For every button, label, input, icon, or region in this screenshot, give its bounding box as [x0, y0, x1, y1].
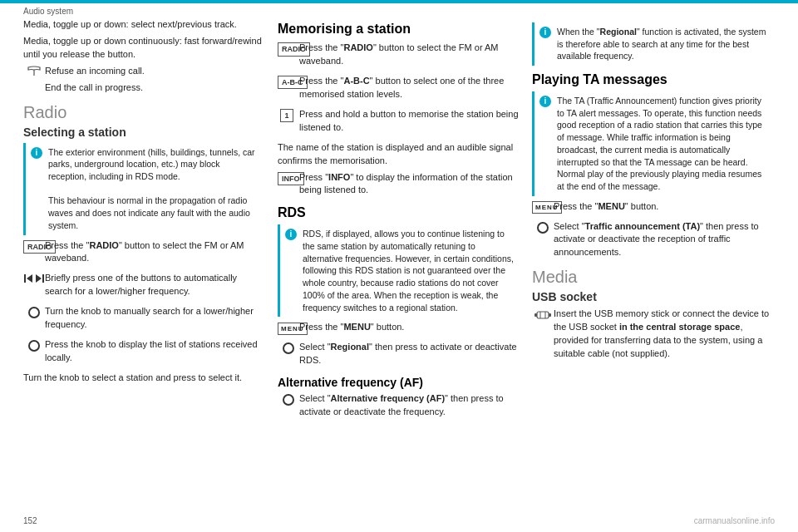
info-press-text: Press "INFO" to display the information …	[299, 171, 519, 198]
mem-item-abc: A-B-C Press the "A-B-C" button to select…	[278, 75, 519, 105]
knob-row-1: Turn the knob to manually search for a l…	[23, 305, 264, 335]
rds-info-box: i RDS, if displayed, allows you to conti…	[278, 224, 519, 317]
info-icon-ta: i	[539, 96, 551, 107]
refuse-call-row: Refuse an incoming call. End the call in…	[23, 65, 264, 98]
intro-line-2: Media, toggle up or down continuously: f…	[23, 35, 264, 62]
skip-row: Briefly press one of the buttons to auto…	[23, 272, 264, 302]
mem-item-1: 1 Press and hold a button to memorise th…	[278, 108, 519, 138]
mem-abc-text: Press the "A-B-C" button to select one o…	[299, 75, 519, 101]
regional-info-text: When the "Regional" function is activate…	[557, 26, 770, 62]
rds-heading: RDS	[278, 205, 519, 220]
ta-select-text: Select "Traffic announcement (TA)" then …	[554, 220, 775, 260]
top-bar	[0, 0, 798, 3]
page-number: 152	[23, 516, 37, 525]
info-icon-1: i	[31, 147, 42, 159]
end-call-text: End the call in progress.	[45, 81, 264, 95]
ta-select-row: Select "Traffic announcement (TA)" then …	[532, 220, 775, 264]
ta-info-text: The TA (Traffic Announcement) function g…	[557, 95, 770, 193]
knob-text-2: Press the knob to display the list of st…	[45, 338, 264, 365]
mem-radio-text: Press the "RADIO" button to select the F…	[299, 42, 519, 68]
af-text: Select "Alternative frequency (AF)" then…	[299, 392, 519, 419]
info-icon-regional: i	[539, 27, 551, 38]
rds-info-text: RDS, if displayed, allows you to continu…	[303, 228, 514, 313]
col-mid: Memorising a station RADIO Press the "RA…	[278, 18, 519, 512]
menu-press-text-rds: Press the "MENU" button.	[299, 321, 519, 334]
svg-rect-1	[537, 312, 549, 318]
radio-press-text: Press the "RADIO" button to select the F…	[45, 239, 264, 266]
regional-row: Select "Regional" then press to activate…	[278, 341, 519, 371]
mem-1-text: Press and hold a button to memorise the …	[299, 108, 519, 135]
intro-line-1: Media, toggle up or down: select next/pr…	[23, 18, 264, 32]
menu-press-row-ta: MENU Press the "MENU" button.	[532, 200, 775, 217]
usb-row: Insert the USB memory stick or connect t…	[532, 308, 775, 364]
mem-item-radio: RADIO Press the "RADIO" button to select…	[278, 42, 519, 71]
knob-icon-ta	[537, 222, 549, 234]
ta-info-box: i The TA (Traffic Announcement) function…	[532, 91, 775, 196]
knob-icon-1	[28, 307, 40, 318]
knob-icon-regional	[283, 342, 294, 354]
col-right: i When the "Regional" function is activa…	[532, 18, 775, 512]
knob-row-2: Press the knob to display the list of st…	[23, 338, 264, 368]
menu-press-text-ta: Press the "MENU" button.	[554, 200, 775, 214]
af-heading: Alternative frequency (AF)	[278, 376, 519, 389]
knob-icon-af	[283, 394, 294, 406]
mem-1-badge: 1	[280, 109, 293, 123]
regional-text: Select "Regional" then press to activate…	[299, 341, 519, 367]
af-row: Select "Alternative frequency (AF)" then…	[278, 392, 519, 422]
memorising-footer: The name of the station is displayed and…	[278, 141, 519, 168]
knob-text-1: Turn the knob to manually search for a l…	[45, 305, 264, 332]
radio-press-row: RADIO Press the "RADIO" button to select…	[23, 239, 264, 269]
usb-icon	[534, 308, 551, 322]
skip-icon	[24, 273, 45, 284]
media-heading: Media	[532, 268, 775, 287]
watermark: carmanualsonline.info	[694, 516, 775, 525]
regional-info-box: i When the "Regional" function is activa…	[532, 22, 775, 66]
menu-press-row-rds: MENU Press the "MENU" button.	[278, 321, 519, 337]
usb-heading: USB socket	[532, 290, 775, 303]
knob-icon-2	[28, 340, 40, 352]
selecting-station-heading: Selecting a station	[23, 126, 264, 139]
info-icon-rds: i	[285, 229, 297, 240]
info-press-row: INFO Press "INFO" to display the informa…	[278, 171, 519, 201]
usb-text: Insert the USB memory stick or connect t…	[554, 308, 775, 361]
content-wrapper: Media, toggle up or down: select next/pr…	[23, 18, 775, 512]
info-box-text: The exterior environment (hills, buildin…	[48, 146, 259, 232]
refuse-call-text: Refuse an incoming call.	[45, 65, 264, 78]
phone-icon	[23, 65, 45, 81]
ta-heading: Playing TA messages	[532, 72, 775, 87]
turn-select-text: Turn the knob to select a station and pr…	[23, 372, 264, 385]
svg-rect-4	[534, 313, 537, 317]
svg-rect-5	[549, 313, 551, 317]
info-box-environment: i The exterior environment (hills, build…	[23, 143, 264, 235]
skip-text: Briefly press one of the buttons to auto…	[45, 272, 264, 298]
radio-heading: Radio	[23, 103, 264, 122]
header-label: Audio system	[23, 7, 73, 16]
col-left: Media, toggle up or down: select next/pr…	[23, 18, 264, 512]
memorising-heading: Memorising a station	[278, 22, 519, 37]
